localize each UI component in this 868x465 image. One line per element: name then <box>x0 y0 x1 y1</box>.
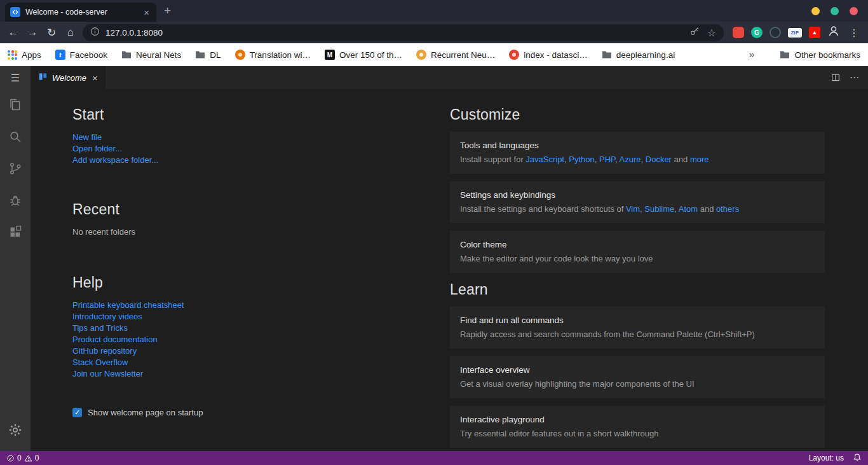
inline-link[interactable]: Python <box>569 155 594 164</box>
inline-link[interactable]: Azure <box>620 155 641 164</box>
show-welcome-label[interactable]: Show welcome page on startup <box>88 408 203 417</box>
inline-link[interactable]: more <box>690 155 709 164</box>
inline-link[interactable]: Docker <box>646 155 672 164</box>
interface-overview-card[interactable]: Interface overview Get a visual overlay … <box>450 356 825 398</box>
keyboard-layout-indicator[interactable]: Layout: us <box>809 454 844 462</box>
stack-overflow-link[interactable]: Stack Overflow <box>72 357 128 368</box>
other-bookmarks-folder[interactable]: Other bookmarks <box>780 50 860 60</box>
card-desc: Install support for JavaScript, Python, … <box>460 154 815 165</box>
add-workspace-folder-link[interactable]: Add workspace folder... <box>72 155 158 166</box>
source-control-icon[interactable] <box>0 153 31 184</box>
search-icon[interactable] <box>0 121 31 153</box>
explorer-icon[interactable] <box>0 89 31 121</box>
debug-icon[interactable] <box>0 184 31 216</box>
bookmark-translation[interactable]: Translation wi… <box>235 50 311 60</box>
home-button[interactable]: ⌂ <box>61 24 80 41</box>
bookmark-index-datasci[interactable]: index - datasci… <box>509 50 588 60</box>
browser-toolbar: ← → ↻ ⌂ 127.0.0.1:8080 ☆ G ZIP ▲ <box>0 22 868 43</box>
inline-link[interactable]: Atom <box>679 204 698 214</box>
reload-button[interactable]: ↻ <box>42 24 61 41</box>
find-commands-card[interactable]: Find and run all commands Rapidly access… <box>450 307 825 349</box>
tab-close-icon[interactable]: × <box>91 73 99 83</box>
folder-icon <box>121 50 132 60</box>
product-documentation-link[interactable]: Product documentation <box>72 334 158 345</box>
keyboard-cheatsheet-link[interactable]: Printable keyboard cheatsheet <box>72 300 184 311</box>
inline-link[interactable]: PHP <box>599 155 615 164</box>
color-theme-card[interactable]: Color theme Make the editor and your cod… <box>450 231 825 273</box>
card-title: Find and run all commands <box>460 314 815 326</box>
split-editor-icon[interactable] <box>831 73 841 83</box>
bookmark-folder-deeplearning[interactable]: deeplearning.ai <box>602 50 675 60</box>
welcome-tab-label: Welcome <box>52 73 86 83</box>
help-heading: Help <box>72 274 450 291</box>
new-tab-button[interactable]: + <box>164 4 171 18</box>
interactive-playground-card[interactable]: Interactive playground Try essential edi… <box>450 406 825 448</box>
extensions-icon[interactable] <box>0 216 31 248</box>
welcome-tab-icon <box>38 72 48 83</box>
screen: Welcome - code-server × + ← → ↻ ⌂ 127.0.… <box>0 0 868 465</box>
browser-menu-icon[interactable]: ⋮ <box>844 27 864 39</box>
tab-close-icon[interactable]: × <box>142 8 151 17</box>
bookmark-facebook[interactable]: f Facebook <box>55 50 107 60</box>
forward-button[interactable]: → <box>23 24 42 41</box>
status-bar: 0 0 Layout: us <box>0 451 868 465</box>
apps-shortcut[interactable]: Apps <box>8 50 41 60</box>
bookmark-folder-dl[interactable]: DL <box>195 50 220 60</box>
close-window-button[interactable] <box>850 7 858 15</box>
open-folder-link[interactable]: Open folder... <box>72 143 122 155</box>
welcome-page: Start New file Open folder... Add worksp… <box>31 89 868 451</box>
settings-keybindings-card[interactable]: Settings and keybindings Install the set… <box>450 181 825 223</box>
no-recent-folders-text: No recent folders <box>72 226 450 238</box>
maximize-button[interactable] <box>831 7 839 15</box>
folder-icon <box>780 50 790 60</box>
menu-hamburger-icon[interactable]: ☰ <box>0 66 31 89</box>
inline-link[interactable]: Sublime <box>644 204 674 214</box>
notifications-bell-icon[interactable] <box>853 453 862 464</box>
bookmarks-overflow-icon[interactable]: » <box>747 49 757 60</box>
bookmark-medium-article[interactable]: M Over 150 of th… <box>325 50 402 60</box>
problems-indicator[interactable]: 0 0 <box>6 454 39 462</box>
show-welcome-checkbox[interactable]: ✓ <box>72 408 82 417</box>
password-key-icon[interactable] <box>689 26 700 39</box>
bookmark-recurrent[interactable]: Recurrent Neu… <box>416 50 495 60</box>
bookmark-folder-neural-nets[interactable]: Neural Nets <box>121 50 181 60</box>
warnings-icon <box>24 454 32 462</box>
dark-reader-extension-icon[interactable] <box>770 27 781 38</box>
settings-gear-icon[interactable] <box>0 414 31 446</box>
inline-link[interactable]: JavaScript <box>526 155 564 164</box>
grammarly-extension-icon[interactable]: G <box>751 27 763 38</box>
introductory-videos-link[interactable]: Introductory videos <box>72 311 142 323</box>
join-newsletter-link[interactable]: Join our Newsletter <box>72 368 143 380</box>
errors-icon <box>6 454 15 462</box>
minimize-button[interactable] <box>811 7 820 15</box>
github-repository-link[interactable]: GitHub repository <box>72 345 137 357</box>
bookmark-star-icon[interactable]: ☆ <box>707 27 716 39</box>
card-desc: Install the settings and keyboard shortc… <box>460 204 815 214</box>
card-desc: Rapidly access and search commands from … <box>460 329 815 340</box>
startup-checkbox-row: ✓ Show welcome page on startup <box>72 408 450 417</box>
facebook-icon: f <box>55 50 65 60</box>
more-actions-icon[interactable]: ⋯ <box>850 72 859 83</box>
editor-tab-bar: Welcome × ⋯ <box>31 66 868 89</box>
pdf-extension-icon[interactable]: ▲ <box>809 27 820 38</box>
inline-link[interactable]: others <box>716 204 739 214</box>
back-button[interactable]: ← <box>4 24 23 41</box>
customize-heading: Customize <box>450 106 825 123</box>
site-icon <box>509 50 519 60</box>
browser-tab[interactable]: Welcome - code-server × <box>5 3 156 22</box>
zip-extension-icon[interactable]: ZIP <box>788 28 802 38</box>
site-info-icon[interactable] <box>90 27 100 39</box>
bookmarks-bar: Apps f Facebook Neural Nets DL Translati… <box>0 43 868 66</box>
adblock-extension-icon[interactable] <box>733 27 744 38</box>
welcome-tab[interactable]: Welcome × <box>31 66 105 89</box>
new-file-link[interactable]: New file <box>72 132 102 143</box>
editor-actions: ⋯ <box>831 66 868 89</box>
folder-icon <box>602 50 612 60</box>
inline-link[interactable]: Vim <box>626 204 640 214</box>
address-bar[interactable]: 127.0.0.1:8080 ☆ <box>83 24 724 41</box>
url-text[interactable]: 127.0.0.1:8080 <box>105 28 684 38</box>
card-title: Interface overview <box>460 364 815 376</box>
tips-and-tricks-link[interactable]: Tips and Tricks <box>72 323 128 334</box>
profile-avatar[interactable] <box>827 25 840 40</box>
tools-languages-card[interactable]: Tools and languages Install support for … <box>450 132 825 174</box>
